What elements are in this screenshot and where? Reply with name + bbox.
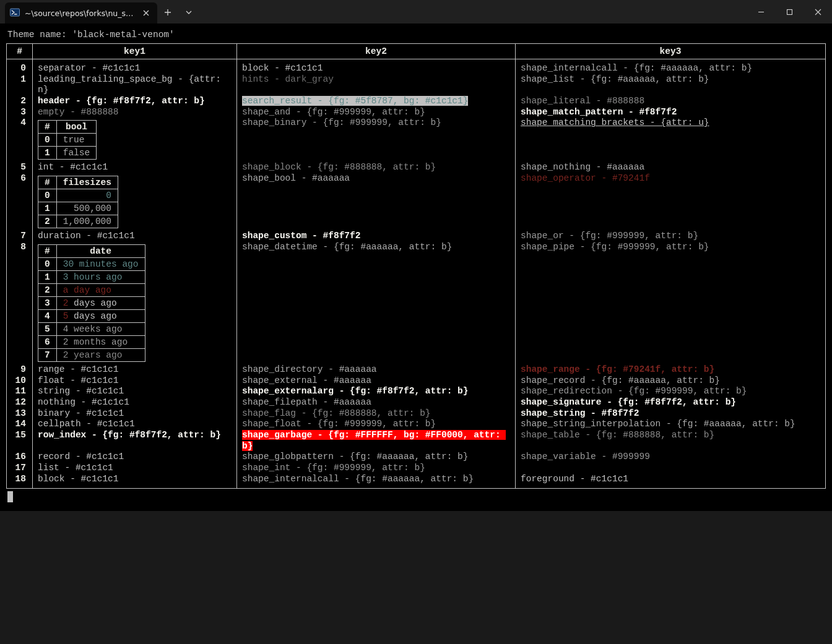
cell-k2: shape_external - #aaaaaa bbox=[237, 376, 516, 387]
cell-text: shape_pipe - {fg: #999999, attr: b} bbox=[521, 242, 709, 252]
prompt-line[interactable] bbox=[6, 489, 826, 505]
close-tab-button[interactable] bbox=[141, 8, 151, 18]
col-header-index: # bbox=[7, 44, 33, 59]
cell-text: shape_variable - #999999 bbox=[521, 452, 650, 462]
table-row: 5int - #c1c1c1shape_block - {fg: #888888… bbox=[7, 162, 826, 173]
cell-text: shape_list - {fg: #aaaaaa, attr: b} bbox=[521, 74, 709, 84]
cell-k2: shape_flag - {fg: #888888, attr: b} bbox=[237, 408, 516, 419]
row-value: false bbox=[56, 147, 97, 160]
table-row: 00 bbox=[38, 189, 118, 202]
cell-k1: cellpath - #c1c1c1 bbox=[33, 419, 237, 430]
cell-k1: separator - #c1c1c1 bbox=[33, 59, 237, 74]
cell-text: shape_table - {fg: #888888, attr: b} bbox=[521, 430, 714, 440]
cell-text: shape_internalcall - {fg: #aaaaaa, attr:… bbox=[521, 63, 752, 73]
row-value: 3 hours ago bbox=[56, 270, 145, 283]
cell-text: duration - #c1c1c1 bbox=[38, 231, 135, 241]
table-row: 0true bbox=[38, 134, 97, 147]
cell-text: shape_literal - #888888 bbox=[521, 96, 644, 106]
row-value: a day ago bbox=[56, 283, 145, 296]
cell-k3: shape_range - {fg: #79241f, attr: b} bbox=[516, 364, 826, 376]
tab-dropdown-button[interactable] bbox=[178, 1, 199, 24]
row-index: 11 bbox=[7, 386, 33, 397]
cell-text: shape_redirection - {fg: #999999, attr: … bbox=[521, 386, 747, 396]
titlebar-drag-area[interactable] bbox=[199, 0, 747, 24]
cell-text: shape_matching_brackets - {attr: u} bbox=[521, 118, 709, 127]
table-row: 3empty - #888888shape_and - {fg: #999999… bbox=[7, 107, 826, 118]
cell-text: shape_globpattern - {fg: #aaaaaa, attr: … bbox=[242, 452, 468, 462]
cell-k2: shape_bool - #aaaaaa bbox=[237, 173, 516, 231]
cell-k3: shape_list - {fg: #aaaaaa, attr: b} bbox=[516, 74, 826, 96]
cell-text: nothing - #c1c1c1 bbox=[38, 397, 129, 407]
cell-k2: shape_block - {fg: #888888, attr: b} bbox=[237, 162, 516, 173]
cell-k3: shape_pipe - {fg: #999999, attr: b} bbox=[516, 242, 826, 364]
cell-text: shape_garbage - {fg: #FFFFFF, bg: #FF000… bbox=[242, 430, 506, 451]
active-tab[interactable]: ~\source\repos\forks\nu_scrip bbox=[5, 2, 157, 24]
cell-k3: shape_signature - {fg: #f8f7f2, attr: b} bbox=[516, 397, 826, 408]
cell-k3: shape_matching_brackets - {attr: u} bbox=[516, 118, 826, 162]
cell-text: shape_range - {fg: #79241f, attr: b} bbox=[521, 364, 714, 374]
row-index: 17 bbox=[7, 463, 33, 474]
row-index: 14 bbox=[7, 419, 33, 430]
table-row: 1false bbox=[38, 147, 97, 160]
cell-k3: foreground - #c1c1c1 bbox=[516, 474, 826, 489]
cell-text: row_index - {fg: #f8f7f2, attr: b} bbox=[38, 430, 221, 440]
cell-k2: shape_float - {fg: #999999, attr: b} bbox=[237, 419, 516, 430]
maximize-button[interactable] bbox=[775, 0, 804, 24]
row-index: 8 bbox=[7, 242, 33, 364]
close-window-button[interactable] bbox=[804, 0, 832, 24]
cell-k2: shape_and - {fg: #999999, attr: b} bbox=[237, 107, 516, 118]
cell-k1: string - #c1c1c1 bbox=[33, 386, 237, 397]
cell-text: shape_and - {fg: #999999, attr: b} bbox=[242, 107, 425, 117]
row-index: 18 bbox=[7, 474, 33, 489]
cell-k1: binary - #c1c1c1 bbox=[33, 408, 237, 419]
table-row: 13binary - #c1c1c1shape_flag - {fg: #888… bbox=[7, 408, 826, 419]
cell-k1: list - #c1c1c1 bbox=[33, 463, 237, 474]
row-index: 9 bbox=[7, 364, 33, 376]
row-index: 2 bbox=[7, 96, 33, 107]
new-tab-button[interactable] bbox=[157, 1, 178, 24]
minimize-button[interactable] bbox=[747, 0, 775, 24]
cell-text: shape_directory - #aaaaaa bbox=[242, 364, 377, 374]
cell-text: shape_float - {fg: #999999, attr: b} bbox=[242, 419, 436, 429]
row-index: 1 bbox=[38, 202, 57, 215]
cell-k2: shape_garbage - {fg: #FFFFFF, bg: #FF000… bbox=[237, 430, 516, 452]
table-row: 32 days ago bbox=[38, 296, 145, 309]
cell-k3: shape_string_interpolation - {fg: #aaaaa… bbox=[516, 419, 826, 430]
terminal-surface[interactable]: Theme name: 'black-metal-venom' # key1 k… bbox=[0, 24, 832, 511]
row-index: 0 bbox=[7, 59, 33, 74]
cell-k1: range - #c1c1c1 bbox=[33, 364, 237, 376]
table-row: 72 years ago bbox=[38, 348, 145, 361]
theme-table: # key1 key2 key3 0separator - #c1c1c1blo… bbox=[6, 43, 826, 489]
cell-k2: shape_datetime - {fg: #aaaaaa, attr: b} bbox=[237, 242, 516, 364]
cell-text: empty - #888888 bbox=[38, 107, 119, 117]
cell-k3: shape_nothing - #aaaaaa bbox=[516, 162, 826, 173]
row-index: 4 bbox=[7, 118, 33, 162]
powershell-icon bbox=[10, 7, 20, 19]
table-row: 13 hours ago bbox=[38, 270, 145, 283]
cell-k3: shape_record - {fg: #aaaaaa, attr: b} bbox=[516, 376, 826, 387]
cell-k3: shape_table - {fg: #888888, attr: b} bbox=[516, 430, 826, 452]
cell-k1: float - #c1c1c1 bbox=[33, 376, 237, 387]
cell-k3: shape_operator - #79241f bbox=[516, 173, 826, 231]
cell-text: range - #c1c1c1 bbox=[38, 364, 119, 374]
row-value: 30 minutes ago bbox=[56, 257, 145, 270]
cell-text: shape_binary - {fg: #999999, attr: b} bbox=[242, 118, 441, 127]
cell-text: shape_operator - #79241f bbox=[521, 173, 650, 183]
cell-text: shape_flag - {fg: #888888, attr: b} bbox=[242, 408, 431, 418]
table-row: 2header - {fg: #f8f7f2, attr: b}search_r… bbox=[7, 96, 826, 107]
table-row: 0separator - #c1c1c1block - #c1c1c1shape… bbox=[7, 59, 826, 74]
table-row: 62 months ago bbox=[38, 335, 145, 348]
table-row: 14cellpath - #c1c1c1shape_float - {fg: #… bbox=[7, 419, 826, 430]
cell-text: search_result - {fg: #5f8787, bg: #c1c1c… bbox=[242, 96, 468, 106]
cell-k2: shape_int - {fg: #999999, attr: b} bbox=[237, 463, 516, 474]
table-row: 16record - #c1c1c1shape_globpattern - {f… bbox=[7, 452, 826, 463]
cell-k1: int - #c1c1c1 bbox=[33, 162, 237, 173]
cell-text: record - #c1c1c1 bbox=[38, 452, 124, 462]
row-value: 1,000,000 bbox=[56, 215, 118, 228]
table-row: 7duration - #c1c1c1shape_custom - #f8f7f… bbox=[7, 231, 826, 242]
table-row: 18block - #c1c1c1shape_internalcall - {f… bbox=[7, 474, 826, 489]
table-row: 1leading_trailing_space_bg - {attr: n}hi… bbox=[7, 74, 826, 96]
cell-text: shape_int - {fg: #999999, attr: b} bbox=[242, 463, 425, 473]
row-index: 13 bbox=[7, 408, 33, 419]
cell-text: shape_or - {fg: #999999, attr: b} bbox=[521, 231, 698, 241]
